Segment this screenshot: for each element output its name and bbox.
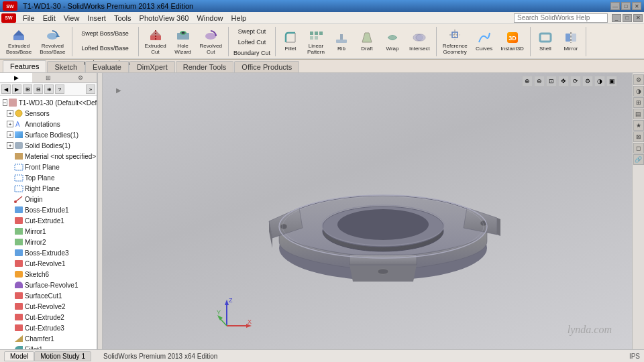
- revolve-boss-button[interactable]: RevolvedBoss/Base: [36, 27, 68, 56]
- shell-button[interactable]: Shell: [533, 27, 557, 56]
- menu-insert[interactable]: Insert: [83, 13, 110, 23]
- tree-cut-extrude1[interactable]: Cut-Extrude1: [1, 215, 95, 226]
- lp-tab-features[interactable]: ▶: [0, 73, 32, 82]
- panel-resize-handle[interactable]: [97, 73, 103, 349]
- tree-toolbar-expand[interactable]: »: [86, 84, 95, 94]
- fillet-button[interactable]: Fillet: [278, 27, 303, 56]
- rt-section[interactable]: ▤: [633, 109, 644, 119]
- tree-root[interactable]: − T1-WD1-30 (Default<<Default>>): [1, 97, 95, 108]
- title-bar-controls[interactable]: — □ ✕: [610, 2, 641, 10]
- app-max[interactable]: □: [623, 14, 632, 22]
- tree-chamfer1[interactable]: Chamfer1: [1, 333, 95, 344]
- view-btn-view[interactable]: ▣: [606, 76, 617, 86]
- rt-mates[interactable]: 🔗: [633, 154, 644, 165]
- tab-dimxpert[interactable]: DimXpert: [129, 61, 175, 72]
- rt-settings[interactable]: ⚙: [633, 74, 644, 85]
- rt-hidden[interactable]: ◻: [633, 143, 644, 154]
- tree-toolbar-btn3[interactable]: ⊞: [23, 84, 32, 94]
- view-btn-pan[interactable]: ✥: [558, 76, 569, 86]
- maximize-button[interactable]: □: [621, 2, 631, 10]
- tree-right-plane[interactable]: Right Plane: [1, 183, 95, 194]
- tree-toolbar-btn6[interactable]: ?: [55, 84, 64, 94]
- close-button[interactable]: ✕: [632, 2, 641, 10]
- tree-annotations[interactable]: + A Annotations: [1, 119, 95, 129]
- menu-window[interactable]: Window: [193, 13, 227, 23]
- rt-measure[interactable]: ⊠: [633, 131, 644, 142]
- tree-material[interactable]: Material <not specified>: [1, 151, 95, 162]
- extrude-cut-button[interactable]: ExtrudedCut: [142, 27, 170, 56]
- tree-mirror1[interactable]: Mirror1: [1, 226, 95, 237]
- lp-tab-config[interactable]: ⚙: [64, 73, 97, 82]
- tree-surface-revolve1[interactable]: Surface-Revolve1: [1, 280, 95, 290]
- menu-photoview[interactable]: PhotoView 360: [136, 13, 193, 23]
- solid-expand[interactable]: +: [7, 142, 13, 149]
- tree-toolbar-btn4[interactable]: ⊟: [34, 84, 43, 94]
- view-btn-rotate[interactable]: ⟳: [570, 76, 581, 86]
- draft-button[interactable]: Draft: [355, 27, 379, 56]
- search-input[interactable]: [514, 13, 608, 23]
- intersect-button[interactable]: Intersect: [406, 27, 433, 56]
- tree-surface-bodies[interactable]: + Surface Bodies(1): [1, 129, 95, 140]
- swept-cut-button[interactable]: Swept Cut: [236, 27, 268, 36]
- app-min[interactable]: _: [612, 14, 621, 22]
- menu-view[interactable]: View: [60, 13, 84, 23]
- menu-tools[interactable]: Tools: [110, 13, 136, 23]
- tree-toolbar-btn2[interactable]: ▶: [12, 84, 21, 94]
- tab-evaluate[interactable]: Evaluate: [85, 61, 129, 72]
- hole-wizard-button[interactable]: HoleWizard: [171, 27, 195, 56]
- rt-view[interactable]: ⊞: [633, 97, 644, 108]
- status-tab-model[interactable]: Model: [4, 351, 34, 361]
- tree-toolbar-btn5[interactable]: ⊕: [44, 84, 54, 94]
- lp-tab-properties[interactable]: ⊞: [32, 73, 64, 82]
- view-btn-shading[interactable]: ◑: [594, 76, 605, 86]
- rt-display[interactable]: ◑: [633, 86, 644, 97]
- tab-officeproducts[interactable]: Office Products: [234, 61, 299, 72]
- wrap-button[interactable]: Wrap: [380, 27, 405, 56]
- tree-toolbar-btn1[interactable]: ◀: [1, 84, 11, 94]
- boundary-cut-button[interactable]: Boundary Cut: [231, 48, 272, 58]
- app-close[interactable]: ✕: [633, 14, 643, 22]
- rt-appearances[interactable]: ★: [633, 120, 644, 131]
- mirror-button[interactable]: Mirror: [559, 27, 583, 56]
- tree-surface-cut1[interactable]: SurfaceCut1: [1, 290, 95, 301]
- curves-button[interactable]: Curves: [472, 27, 496, 56]
- tree-sketch6[interactable]: Sketch6: [1, 269, 95, 280]
- view-btn-zoom[interactable]: ⊕: [522, 76, 533, 86]
- tab-sketch[interactable]: Sketch: [47, 61, 85, 72]
- tree-cut-revolve1[interactable]: Cut-Revolve1: [1, 258, 95, 269]
- root-expand[interactable]: −: [3, 99, 7, 106]
- tree-origin[interactable]: Origin: [1, 194, 95, 204]
- tree-boss-extrude3[interactable]: Boss-Extrude3: [1, 247, 95, 258]
- tree-front-plane[interactable]: Front Plane: [1, 162, 95, 172]
- tree-top-plane[interactable]: Top Plane: [1, 172, 95, 183]
- minimize-button[interactable]: —: [610, 2, 620, 10]
- menu-help[interactable]: Help: [227, 13, 251, 23]
- instant3d-button[interactable]: 3D Instant3D: [498, 27, 527, 56]
- extrude-boss-button[interactable]: ExtrudedBoss/Base: [3, 27, 35, 56]
- surface-expand[interactable]: +: [7, 131, 13, 138]
- viewport[interactable]: ⊕ ⊖ ⊡ ✥ ⟳ ⚙ ◑ ▣: [103, 73, 632, 349]
- tab-rendertools[interactable]: Render Tools: [176, 61, 234, 72]
- tree-sensors[interactable]: + Sensors: [1, 108, 95, 119]
- revolve-cut-button[interactable]: RevolvedCut: [197, 27, 225, 56]
- menu-edit[interactable]: Edit: [39, 13, 60, 23]
- tree-solid-bodies[interactable]: + Solid Bodies(1): [1, 140, 95, 151]
- view-btn-zoomout[interactable]: ⊖: [534, 76, 545, 86]
- tab-features[interactable]: Features: [3, 60, 46, 72]
- tree-boss-extrude1[interactable]: Boss-Extrude1: [1, 204, 95, 215]
- tree-mirror2[interactable]: Mirror2: [1, 237, 95, 247]
- lofted-boss-button[interactable]: Lofted Boss/Base: [79, 42, 131, 55]
- tree-fillet1[interactable]: Fillet1: [1, 344, 95, 349]
- swept-boss-button[interactable]: Swept Boss/Base: [79, 27, 131, 40]
- tree-cut-revolve2[interactable]: Cut-Revolve2: [1, 301, 95, 312]
- rib-button[interactable]: Rib: [329, 27, 354, 56]
- linear-pattern-button[interactable]: LinearPattern: [304, 27, 328, 56]
- tree-cut-extrude3[interactable]: Cut-Extrude3: [1, 322, 95, 333]
- status-tab-motion[interactable]: Motion Study 1: [34, 351, 91, 361]
- menu-file[interactable]: File: [19, 13, 39, 23]
- reference-geometry-button[interactable]: ReferenceGeometry: [439, 27, 471, 56]
- view-btn-fit[interactable]: ⊡: [546, 76, 557, 86]
- lofted-cut-button[interactable]: Lofted Cut: [236, 38, 268, 47]
- annotations-expand[interactable]: +: [7, 121, 13, 127]
- tree-cut-extrude2[interactable]: Cut-Extrude2: [1, 312, 95, 322]
